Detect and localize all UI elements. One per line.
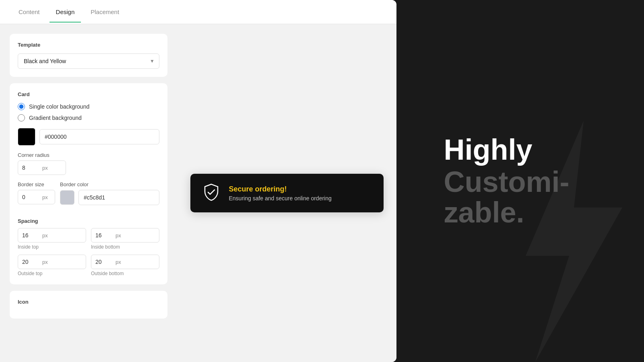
inside-bottom-unit: px <box>116 229 125 242</box>
template-select[interactable]: Black and Yellow <box>18 53 159 69</box>
preview-text-block: Secure ordering! Ensuring safe and secur… <box>229 185 332 202</box>
border-size-unit: px <box>42 191 52 204</box>
icon-section: Icon <box>10 291 167 319</box>
bg-color-input[interactable] <box>39 129 159 144</box>
icon-section-title: Icon <box>18 299 159 305</box>
inside-bottom-field: px Inside bottom <box>91 228 159 250</box>
outside-top-input[interactable] <box>18 255 42 269</box>
border-color-label: Border color <box>60 181 159 187</box>
border-size-field: Border size px <box>18 181 55 212</box>
inside-bottom-wrapper: px <box>91 228 159 243</box>
gradient-option[interactable]: Gradient background <box>18 114 159 121</box>
gradient-radio[interactable] <box>18 114 25 121</box>
outside-top-label: Outside top <box>18 271 86 276</box>
hero-text-block: Highly Customi- zable. <box>444 135 597 227</box>
inside-bottom-input[interactable] <box>91 228 116 242</box>
outside-bottom-label: Outside bottom <box>91 271 159 276</box>
corner-radius-wrapper: px <box>18 160 66 175</box>
outside-bottom-input[interactable] <box>91 255 116 269</box>
outside-top-unit: px <box>42 255 52 269</box>
single-color-option[interactable]: Single color background <box>18 103 159 110</box>
border-fields-row: Border size px Border color <box>18 181 159 212</box>
settings-panel: Template Black and Yellow ▼ Card Single … <box>0 24 177 362</box>
hero-line3: zable. <box>444 198 597 227</box>
tab-placement[interactable]: Placement <box>84 1 126 23</box>
gradient-label: Gradient background <box>29 115 82 121</box>
border-color-input[interactable] <box>78 190 159 205</box>
border-color-field: Border color <box>60 181 159 212</box>
inside-top-input[interactable] <box>18 228 42 242</box>
corner-radius-unit: px <box>42 161 52 175</box>
tabs-bar: Content Design Placement <box>0 0 396 24</box>
inside-top-label: Inside top <box>18 244 86 250</box>
border-color-row <box>60 190 159 205</box>
border-size-wrapper: px <box>18 190 55 204</box>
inside-top-unit: px <box>42 229 52 242</box>
border-size-label: Border size <box>18 181 55 187</box>
inside-top-wrapper: px <box>18 228 86 243</box>
border-size-input[interactable] <box>18 190 42 204</box>
hero-line2: Customi- <box>444 167 597 196</box>
bg-color-row <box>18 128 159 146</box>
inside-top-field: px Inside top <box>18 228 86 250</box>
outside-top-field: px Outside top <box>18 255 86 276</box>
preview-area: Secure ordering! Ensuring safe and secur… <box>177 24 396 362</box>
bg-color-swatch[interactable] <box>18 128 35 146</box>
corner-radius-label: Corner radius <box>18 152 159 158</box>
tab-content[interactable]: Content <box>12 1 46 23</box>
template-label: Template <box>18 42 159 48</box>
shield-icon <box>202 183 221 204</box>
single-color-radio[interactable] <box>18 103 25 110</box>
outside-bottom-wrapper: px <box>91 255 159 269</box>
bg-radio-group: Single color background Gradient backgro… <box>18 103 159 121</box>
preview-card: Secure ordering! Ensuring safe and secur… <box>190 174 384 212</box>
card-section-title: Card <box>18 91 159 97</box>
template-select-wrapper: Black and Yellow ▼ <box>18 53 159 69</box>
card-section: Card Single color background Gradient ba… <box>10 83 167 284</box>
border-color-swatch[interactable] <box>60 190 74 205</box>
hero-line1: Highly <box>444 135 597 164</box>
outside-bottom-unit: px <box>116 255 125 269</box>
right-panel: Highly Customi- zable. <box>396 0 644 362</box>
preview-card-subtitle: Ensuring safe and secure online ordering <box>229 195 332 202</box>
inside-bottom-label: Inside bottom <box>91 244 159 250</box>
spacing-grid: px Inside top px Inside bottom <box>18 228 159 276</box>
single-color-label: Single color background <box>29 103 89 110</box>
spacing-title: Spacing <box>18 218 159 224</box>
outside-bottom-field: px Outside bottom <box>91 255 159 276</box>
outside-top-wrapper: px <box>18 255 86 269</box>
tab-design[interactable]: Design <box>50 1 81 23</box>
corner-radius-input[interactable] <box>18 161 42 175</box>
main-content: Template Black and Yellow ▼ Card Single … <box>0 24 396 362</box>
preview-card-title: Secure ordering! <box>229 185 332 193</box>
left-panel: Content Design Placement Template Black … <box>0 0 396 362</box>
template-section: Template Black and Yellow ▼ <box>10 34 167 77</box>
